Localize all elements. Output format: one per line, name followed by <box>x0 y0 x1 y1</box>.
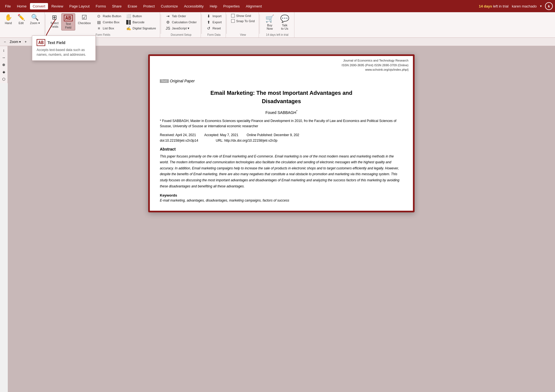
menu-help[interactable]: Help <box>207 3 220 9</box>
listbox-icon: ≡ <box>96 26 101 30</box>
doc-setup-label: Document Setup <box>171 32 191 36</box>
journal-issn: ISSN 2690-3695 (Print) ISSN 2690-3709 (O… <box>154 63 408 68</box>
button-item[interactable]: ⬜ Button <box>125 13 158 19</box>
lt-btn-4[interactable]: ◈ <box>1 69 7 75</box>
combobox-icon: ▤ <box>96 20 101 24</box>
menu-share[interactable]: Share <box>109 3 125 9</box>
form-fields-label: Form Fields <box>96 32 110 36</box>
ribbon-group-basic-tools: ✋ Hand ✏️ Edit 🔍 Zoom ▾ <box>0 12 45 37</box>
zoom-out-button[interactable]: − <box>2 39 7 44</box>
export-item[interactable]: ⬆ Export <box>205 19 223 25</box>
text-field-button[interactable]: AB Text Field <box>61 13 75 30</box>
doc-setup-col: ⇥ Tab Order ⚙ Calculation Order JS JavaS… <box>164 13 198 31</box>
trial-days: 14 days <box>479 4 492 8</box>
ribbon-group-buy: 🛒 Buy Now 💬 Talk to Us 14 days left in t… <box>260 12 294 37</box>
document-wrapper: Journal of Economics and Technology Rese… <box>148 54 415 384</box>
ribbon-group-document-setup: ⇥ Tab Order ⚙ Calculation Order JS JavaS… <box>162 12 201 37</box>
ribbon-group-view: Show Grid Snap To Grid View <box>227 12 259 37</box>
export-icon: ⬆ <box>206 20 211 24</box>
zoom-level: Zoom ▾ <box>10 40 21 44</box>
lt-btn-1[interactable]: ↕ <box>1 47 7 53</box>
sep1 <box>45 14 46 34</box>
ribbon-group-form-fields: ⊞ Select Fields AB Text Field ☑ Checkbox… <box>46 12 160 37</box>
checkbox-button[interactable]: ☑ Checkbox <box>76 13 93 26</box>
edit-tool-button[interactable]: ✏️ Edit <box>15 13 27 26</box>
show-grid-checkbox[interactable] <box>231 14 235 17</box>
menu-alignment[interactable]: Alignment <box>243 3 265 9</box>
doc-title: Email Marketing: The most Important Adva… <box>160 89 403 105</box>
menu-customize[interactable]: Customize <box>158 3 181 9</box>
javascript-icon: JS <box>165 26 170 30</box>
menu-convert[interactable]: Convert <box>30 3 48 9</box>
menu-bar-right: 14 days left in trial karen machado ▾ k <box>479 2 553 10</box>
form-data-buttons: ⬇ Import ⬆ Export ↺ Reset <box>205 13 223 32</box>
menu-properties[interactable]: Properties <box>220 3 242 9</box>
trial-text: 14 days left in trial <box>479 4 508 8</box>
calculation-order-item[interactable]: ⚙ Calculation Order <box>164 19 198 25</box>
barcode-item[interactable]: ▊▌ Barcode <box>125 19 158 25</box>
ribbon: ✋ Hand ✏️ Edit 🔍 Zoom ▾ ⊞ Select Fields … <box>0 12 555 38</box>
doc-journal-header: Journal of Economics and Technology Rese… <box>150 56 413 73</box>
journal-name: Journal of Economics and Technology Rese… <box>154 58 408 63</box>
document-setup-buttons: ⇥ Tab Order ⚙ Calculation Order JS JavaS… <box>164 13 198 32</box>
radio-button-item[interactable]: ⊙ Radio Button <box>95 13 123 19</box>
lt-btn-2[interactable]: ↔ <box>1 54 7 60</box>
snap-to-grid-checkbox[interactable] <box>231 19 235 23</box>
ribbon-col-fields: ⊙ Radio Button ▤ Combo Box ≡ List Box <box>95 13 123 31</box>
checkbox-icon: ☑ <box>82 14 87 21</box>
snap-to-grid-item[interactable]: Snap To Grid <box>229 19 256 23</box>
digital-sig-item[interactable]: ✍ Digital Signature <box>125 26 158 31</box>
select-fields-button[interactable]: ⊞ Select Fields <box>48 13 61 29</box>
list-box-item[interactable]: ≡ List Box <box>95 26 123 31</box>
tooltip-description: Accepts text-based data such as names, n… <box>37 48 91 57</box>
user-avatar[interactable]: k <box>545 2 553 10</box>
menu-protect[interactable]: Protect <box>140 3 157 9</box>
buy-now-button[interactable]: 🛒 Buy Now <box>263 13 277 31</box>
doc-type: Text1Original Paper <box>160 79 403 83</box>
hand-tool-button[interactable]: ✋ Hand <box>2 13 14 26</box>
hand-icon: ✋ <box>5 14 12 21</box>
combo-box-item[interactable]: ▤ Combo Box <box>95 19 123 25</box>
lt-btn-3[interactable]: ⊕ <box>1 62 7 68</box>
ribbon-col-fields2: ⬜ Button ▊▌ Barcode ✍ Digital Signature <box>125 13 158 31</box>
user-dropdown-icon[interactable]: ▾ <box>540 4 542 8</box>
show-grid-item[interactable]: Show Grid <box>229 13 256 18</box>
sep5 <box>259 14 260 34</box>
radio-icon: ⊙ <box>96 14 101 18</box>
menu-review[interactable]: Review <box>49 3 66 9</box>
javascript-item[interactable]: JS JavaScript ▾ <box>164 26 198 31</box>
doc-author: Foued SABBAGH* <box>160 110 403 115</box>
trial-suffix: left in trial <box>493 4 509 8</box>
tab-order-item[interactable]: ⇥ Tab Order <box>164 13 198 19</box>
lt-btn-5[interactable]: ⬡ <box>1 76 7 82</box>
tooltip-icon-row: AB Text Field <box>37 39 91 46</box>
form-field-buttons: ⊞ Select Fields AB Text Field ☑ Checkbox… <box>48 13 158 32</box>
import-item[interactable]: ⬇ Import <box>205 13 223 19</box>
menu-accessibility[interactable]: Accessibility <box>181 3 206 9</box>
menu-pagelayout[interactable]: Page Layout <box>67 3 92 9</box>
zoom-tool-button[interactable]: 🔍 Zoom ▾ <box>28 13 42 26</box>
tooltip-title: Text Field <box>47 40 65 45</box>
journal-url: www.schoink.org/ojs/index.php/j <box>154 67 408 72</box>
main-area: Journal of Economics and Technology Rese… <box>8 46 555 392</box>
reset-item[interactable]: ↺ Reset <box>205 26 223 31</box>
select-fields-icon: ⊞ <box>52 14 57 21</box>
doc-meta-dates: Received: April 24, 2021 Accepted: May 7… <box>160 133 403 137</box>
menu-erase[interactable]: Erase <box>125 3 140 9</box>
view-label: View <box>240 32 246 36</box>
text-field-tag: Text1 <box>160 79 169 83</box>
menu-home[interactable]: Home <box>14 3 29 9</box>
menu-forms[interactable]: Forms <box>93 3 109 9</box>
buy-buttons: 🛒 Buy Now 💬 Talk to Us <box>263 13 292 32</box>
menu-bar: File Home Convert Review Page Layout For… <box>0 0 555 12</box>
talk-to-us-button[interactable]: 💬 Talk to Us <box>278 13 292 31</box>
doc-keywords-text: E-mail marketing, advantages, disadvanta… <box>160 198 403 202</box>
menu-file[interactable]: File <box>2 3 14 9</box>
form-data-col: ⬇ Import ⬆ Export ↺ Reset <box>205 13 223 31</box>
tab-order-icon: ⇥ <box>165 14 170 18</box>
zoom-in-button[interactable]: + <box>23 39 28 44</box>
reset-icon: ↺ <box>206 26 211 30</box>
doc-abstract-text: This paper focuses primarily on the role… <box>160 154 403 190</box>
left-toolbar: ↕ ↔ ⊕ ◈ ⬡ <box>0 46 8 83</box>
view-buttons: Show Grid Snap To Grid <box>229 13 256 32</box>
